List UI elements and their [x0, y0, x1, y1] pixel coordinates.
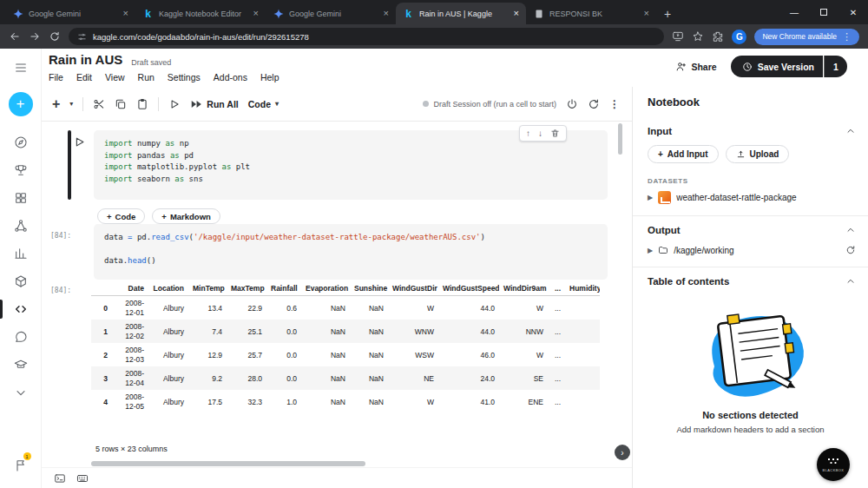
draft-status: Draft saved	[131, 58, 171, 67]
menu-item-settings[interactable]: Settings	[168, 72, 201, 82]
run-all-button[interactable]: Run All	[190, 98, 238, 110]
minimize-icon[interactable]: —	[779, 0, 809, 24]
blackbox-extension-badge[interactable]: BLACKBOX	[817, 448, 850, 481]
cell1-run-icon[interactable]	[73, 135, 86, 148]
browser-tab[interactable]: RESPONSI BK×	[526, 3, 656, 24]
sidebar-item-code[interactable]	[0, 299, 42, 320]
back-icon[interactable]	[9, 30, 21, 43]
expand-arrow-icon[interactable]: ▶	[648, 247, 653, 254]
active-events-icon[interactable]: 1	[0, 455, 42, 476]
chevron-up-icon[interactable]	[845, 276, 856, 287]
menu-item-run[interactable]: Run	[138, 72, 155, 82]
refresh-output-icon[interactable]	[845, 245, 856, 255]
console-icon[interactable]	[54, 472, 66, 485]
input-section-header[interactable]: Input	[633, 126, 868, 136]
move-cell-down-icon[interactable]: ↓	[538, 129, 542, 138]
dataset-item[interactable]: ▶ weather-dataset-rattle-package	[648, 191, 856, 204]
tab-close-icon[interactable]: ×	[644, 9, 649, 18]
expand-arrow-icon[interactable]: ▶	[648, 194, 653, 201]
toc-section-header[interactable]: Table of contents	[633, 276, 868, 287]
sidebar-item-benchmarks[interactable]	[0, 243, 42, 264]
address-bar[interactable]: kaggle.com/code/godaabdo/rain-in-aus/edi…	[69, 28, 664, 45]
table-cell: W	[388, 390, 438, 413]
install-app-icon[interactable]	[672, 30, 684, 43]
browser-tab[interactable]: Google Gemini×	[5, 3, 135, 24]
upload-button[interactable]: Upload	[726, 145, 790, 163]
sidebar-item-packages[interactable]	[0, 271, 42, 292]
page-title[interactable]: Rain in AUS	[49, 52, 122, 67]
chip-menu-icon[interactable]: ⋮	[842, 31, 852, 43]
version-count-button[interactable]: 1	[824, 56, 847, 77]
sidebar-item-competitions[interactable]	[0, 160, 42, 181]
move-cell-up-icon[interactable]: ↑	[526, 129, 530, 138]
menu-item-addons[interactable]: Add-ons	[214, 72, 247, 82]
column-header: MaxTemp	[227, 281, 266, 296]
chevron-up-icon[interactable]	[845, 126, 856, 136]
reload-icon[interactable]	[49, 30, 61, 43]
tab-close-icon[interactable]: ×	[253, 9, 259, 18]
add-cell-icon[interactable]: +	[52, 96, 60, 112]
paste-cell-icon[interactable]	[136, 98, 148, 110]
cell-type-dropdown[interactable]: Code ▾	[248, 99, 279, 109]
tab-close-icon[interactable]: ×	[123, 9, 128, 18]
cut-cell-icon[interactable]	[93, 98, 105, 110]
sidebar-item-datasets[interactable]	[0, 188, 42, 208]
column-header: Rainfall	[266, 281, 301, 296]
collapse-panel-button[interactable]: ›	[615, 445, 630, 460]
menu-item-view[interactable]: View	[105, 72, 125, 82]
run-all-icon	[190, 98, 202, 110]
table-cell: Albury	[148, 320, 188, 343]
close-window-icon[interactable]: ✕	[838, 0, 868, 24]
add-input-button[interactable]: + Add Input	[648, 145, 719, 163]
keyboard-shortcuts-icon[interactable]	[76, 472, 89, 485]
extensions-puzzle-icon[interactable]	[712, 30, 724, 43]
table-cell: 0.0	[266, 343, 301, 366]
delete-cell-icon[interactable]	[550, 129, 560, 138]
tab-strip-tabs: Google Gemini×kKaggle Notebook Editor×Go…	[5, 3, 656, 24]
create-button[interactable]: +	[9, 92, 33, 116]
menu-item-edit[interactable]: Edit	[76, 72, 92, 82]
code-cell-2[interactable]: data = pd.read_csv('/kaggle/input/weathe…	[94, 224, 608, 280]
copy-cell-icon[interactable]	[115, 98, 127, 110]
table-cell: ...	[548, 390, 565, 413]
dataframe-output[interactable]: DateLocationMinTempMaxTempRainfallEvapor…	[91, 281, 600, 436]
add-cell-caret-icon[interactable]: ▾	[69, 100, 73, 108]
chrome-update-chip[interactable]: New Chrome available ⋮	[754, 29, 859, 45]
toolbar-more-icon[interactable]: ⋮	[609, 98, 620, 110]
share-button[interactable]: Share	[675, 61, 716, 72]
tab-close-icon[interactable]: ×	[384, 9, 389, 18]
run-cell-icon[interactable]	[168, 98, 181, 110]
bookmark-star-icon[interactable]	[692, 30, 704, 43]
menu-icon[interactable]	[0, 57, 42, 78]
forward-icon[interactable]	[29, 30, 41, 43]
add-markdown-label: Markdown	[170, 212, 211, 221]
browser-tab[interactable]: kRain in AUS | Kaggle×	[396, 3, 526, 24]
table-cell: 1	[91, 320, 112, 343]
add-markdown-cell-button[interactable]: + Markdown	[152, 208, 220, 224]
menu-item-file[interactable]: File	[49, 72, 63, 82]
horizontal-scrollbar[interactable]	[91, 461, 365, 466]
maximize-icon[interactable]	[809, 0, 838, 24]
power-icon[interactable]	[566, 98, 578, 110]
new-tab-button[interactable]: +	[656, 3, 679, 24]
sidebar-item-explore[interactable]	[0, 132, 42, 153]
working-dir-item[interactable]: ▶ /kaggle/working	[648, 245, 856, 255]
chevron-up-icon[interactable]	[845, 225, 856, 235]
vertical-scrollbar[interactable]	[618, 123, 622, 155]
tab-close-icon[interactable]: ×	[514, 9, 519, 18]
sidebar-item-discussions[interactable]	[0, 326, 42, 347]
table-cell: ...	[548, 320, 565, 343]
output-section-header[interactable]: Output	[633, 225, 868, 235]
browser-tab[interactable]: kKaggle Notebook Editor×	[135, 3, 266, 24]
add-code-cell-button[interactable]: + Code	[97, 208, 145, 224]
sidebar-item-learn[interactable]	[0, 354, 42, 375]
browser-tab[interactable]: Google Gemini×	[266, 3, 396, 24]
sidebar-item-models[interactable]	[0, 215, 42, 236]
restart-session-icon[interactable]	[588, 98, 600, 110]
sidebar-more-icon[interactable]	[0, 382, 42, 403]
save-version-button[interactable]: Save Version	[731, 56, 823, 77]
site-info-icon[interactable]	[77, 32, 87, 42]
menu-item-help[interactable]: Help	[260, 72, 279, 82]
tab-strip: Google Gemini×kKaggle Notebook Editor×Go…	[0, 0, 868, 24]
profile-avatar[interactable]: G	[732, 30, 746, 44]
